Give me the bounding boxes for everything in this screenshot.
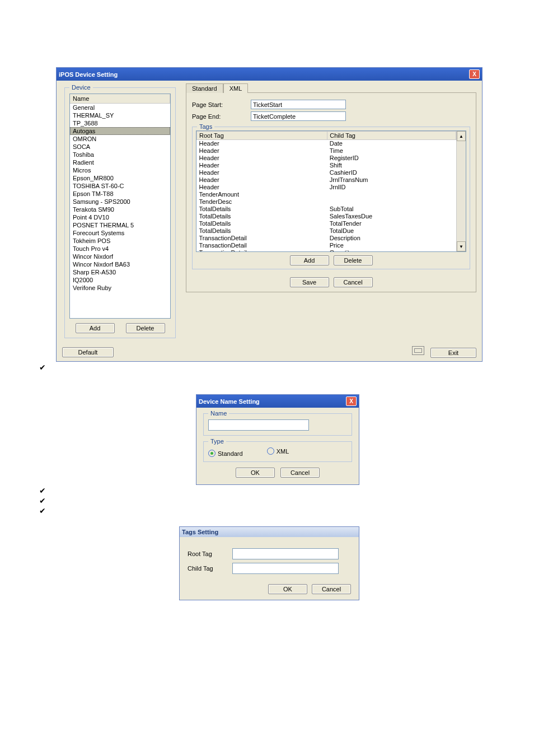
dialog-title: Device Name Setting xyxy=(199,398,260,405)
window-title: iPOS Device Setting xyxy=(59,71,118,78)
table-row[interactable]: HeaderJrnlTransNum xyxy=(197,176,456,184)
root-tag-input[interactable] xyxy=(232,548,339,559)
device-list[interactable]: Name GeneralTHERMAL_SYTP_3688AutogasOMRO… xyxy=(69,94,171,319)
child-tag-input[interactable] xyxy=(232,563,339,574)
bullet-check-icon: ✔ xyxy=(39,363,534,372)
exit-button[interactable]: Exit xyxy=(430,348,476,358)
table-row[interactable]: HeaderJrnlID xyxy=(197,184,456,191)
list-item[interactable]: TOSHIBA ST-60-C xyxy=(70,182,170,190)
tags-grid[interactable]: Root Tag Child Tag HeaderDateHeaderTimeH… xyxy=(196,130,466,252)
bullet-check-icon: ✔ xyxy=(39,496,534,505)
cancel-button[interactable]: Cancel xyxy=(334,277,373,287)
list-item[interactable]: Micros xyxy=(70,166,170,174)
ok-button[interactable]: OK xyxy=(236,468,275,478)
list-item[interactable]: Tokheim POS xyxy=(70,237,170,245)
tags-setting-dialog: Tags Setting Root Tag Child Tag OK Cance… xyxy=(179,526,359,600)
titlebar: iPOS Device Setting X xyxy=(57,68,482,81)
tabs: Standard XML xyxy=(186,83,476,93)
table-row[interactable]: HeaderCashierID xyxy=(197,169,456,176)
page-start-label: Page Start: xyxy=(192,101,251,108)
grid-scrollbar[interactable]: ▲ ▼ xyxy=(456,131,466,251)
list-item[interactable]: General xyxy=(70,104,170,111)
table-row[interactable]: TenderAmount xyxy=(197,191,456,198)
save-button[interactable]: Save xyxy=(290,277,329,287)
device-list-header[interactable]: Name xyxy=(70,94,170,104)
table-row[interactable]: HeaderRegisterID xyxy=(197,155,456,162)
list-item[interactable]: Forecourt Systems xyxy=(70,229,170,237)
close-icon[interactable]: X xyxy=(469,69,480,79)
cancel-button[interactable]: Cancel xyxy=(280,468,320,478)
close-icon[interactable]: X xyxy=(346,396,357,406)
ipos-device-setting-window: iPOS Device Setting X Device Name Genera… xyxy=(56,67,483,362)
page-end-label: Page End: xyxy=(192,113,251,120)
list-item[interactable]: Toshiba xyxy=(70,151,170,158)
table-row[interactable]: HeaderShift xyxy=(197,162,456,169)
root-tag-label: Root Tag xyxy=(188,550,232,557)
table-row[interactable]: HeaderDate xyxy=(197,140,456,148)
titlebar: Device Name Setting X xyxy=(196,395,359,408)
list-item[interactable]: THERMAL_SY xyxy=(70,111,170,119)
device-group-label: Device xyxy=(69,84,93,91)
type-group-label: Type xyxy=(208,438,226,445)
ok-button[interactable]: OK xyxy=(268,584,307,594)
device-add-button[interactable]: Add xyxy=(76,323,115,333)
list-item[interactable]: Point 4 DV10 xyxy=(70,213,170,221)
xml-tab-page: Page Start: Page End: Tags Root Tag xyxy=(186,93,476,292)
tab-standard[interactable]: Standard xyxy=(186,83,223,93)
list-item[interactable]: Radient xyxy=(70,158,170,166)
list-item[interactable]: Terakota SM90 xyxy=(70,206,170,213)
cancel-button[interactable]: Cancel xyxy=(312,584,351,594)
child-tag-label: Child Tag xyxy=(188,565,232,572)
table-row[interactable]: TotalDetailsTotalTender xyxy=(197,220,456,227)
list-item[interactable]: Verifone Ruby xyxy=(70,284,170,292)
list-item[interactable]: Wincor Nixdorf xyxy=(70,253,170,260)
table-row[interactable]: TenderDesc xyxy=(197,198,456,206)
table-row[interactable]: HeaderTime xyxy=(197,147,456,155)
list-item[interactable]: Sharp ER-A530 xyxy=(70,268,170,276)
tag-delete-button[interactable]: Delete xyxy=(334,255,373,265)
table-row[interactable]: TransactionDetailQuantity xyxy=(197,249,456,251)
bullet-check-icon: ✔ xyxy=(39,506,534,515)
list-item[interactable]: Touch Pro v4 xyxy=(70,245,170,253)
bullet-check-icon: ✔ xyxy=(39,486,534,495)
device-group: Device Name GeneralTHERMAL_SYTP_3688Auto… xyxy=(64,87,176,338)
list-item[interactable]: SOCA xyxy=(70,143,170,151)
tags-group-label: Tags xyxy=(197,123,214,130)
scroll-down-icon[interactable]: ▼ xyxy=(457,241,466,251)
list-item[interactable]: Epson TM-T88 xyxy=(70,190,170,198)
device-name-setting-dialog: Device Name Setting X Name Type Standard… xyxy=(196,394,359,485)
grid-header-root[interactable]: Root Tag xyxy=(197,132,327,140)
table-row[interactable]: TotalDetailsTotalDue xyxy=(197,227,456,235)
list-item[interactable]: IQ2000 xyxy=(70,276,170,284)
list-item[interactable]: POSNET THERMAL 5 xyxy=(70,221,170,229)
keyboard-icon[interactable] xyxy=(412,346,424,355)
table-row[interactable]: TransactionDetailDescription xyxy=(197,235,456,242)
tags-group: Tags Root Tag Child Tag HeaderDateHeader… xyxy=(192,127,470,269)
scroll-up-icon[interactable]: ▲ xyxy=(457,131,466,141)
list-item[interactable]: Samsung - SPS2000 xyxy=(70,198,170,206)
page-start-input[interactable] xyxy=(251,100,346,109)
device-name-input[interactable] xyxy=(208,419,309,431)
table-row[interactable]: TotalDetailsSubTotal xyxy=(197,206,456,213)
name-group-label: Name xyxy=(208,410,229,417)
grid-header-child[interactable]: Child Tag xyxy=(327,132,456,140)
tab-xml[interactable]: XML xyxy=(223,83,249,93)
table-row[interactable]: TotalDetailsSalesTaxesDue xyxy=(197,213,456,220)
radio-standard[interactable]: Standard xyxy=(208,450,243,457)
list-item[interactable]: Wincor Nixdorf BA63 xyxy=(70,260,170,268)
list-item[interactable]: TP_3688 xyxy=(70,119,170,127)
titlebar: Tags Setting xyxy=(180,527,359,537)
tag-add-button[interactable]: Add xyxy=(290,255,329,265)
list-item[interactable]: OMRON xyxy=(70,135,170,143)
device-delete-button[interactable]: Delete xyxy=(126,323,165,333)
table-row[interactable]: TransactionDetailPrice xyxy=(197,242,456,249)
list-item[interactable]: Epson_MR800 xyxy=(70,174,170,182)
dialog-title: Tags Setting xyxy=(182,529,218,535)
radio-xml[interactable]: XML xyxy=(267,447,289,455)
default-button[interactable]: Default xyxy=(62,347,114,357)
page-end-input[interactable] xyxy=(251,111,346,121)
name-group: Name xyxy=(203,413,352,436)
list-item[interactable]: Autogas xyxy=(70,127,170,135)
type-group: Type Standard XML xyxy=(203,441,352,462)
